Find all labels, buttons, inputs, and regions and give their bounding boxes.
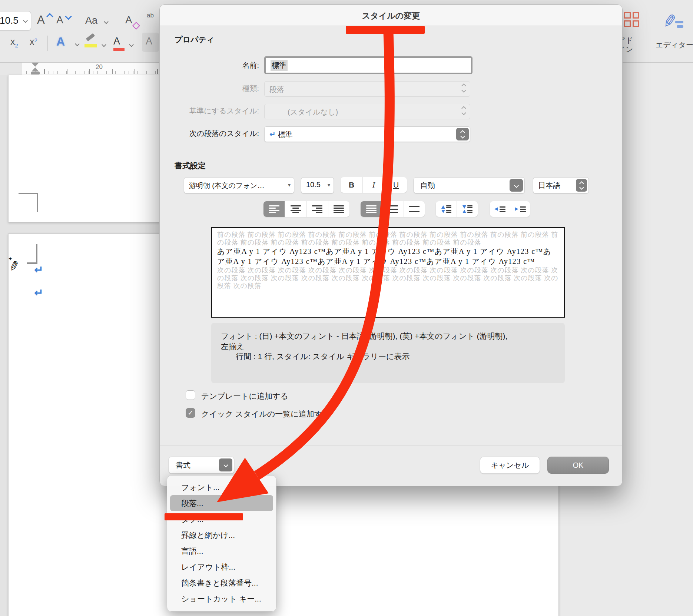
space-after-icon	[462, 205, 472, 213]
description-line1: フォント : (日) +本文のフォント - 日本語 (游明朝), (英) +本文…	[221, 331, 555, 341]
underline-label: U	[393, 181, 399, 189]
dialog-titlebar[interactable]: スタイルの変更	[160, 5, 622, 26]
font-size-combobox[interactable]: 10.5	[0, 11, 31, 30]
copilot-pencil-icon[interactable]: ✎ ✦ ✦	[9, 259, 20, 274]
menu-item-paragraph[interactable]: 段落...	[181, 495, 203, 511]
menu-item-font[interactable]: フォント...	[181, 479, 219, 495]
highlighter-pen-icon	[86, 33, 95, 42]
format-menu-button[interactable]: 書式	[169, 457, 234, 474]
double-spacing-button[interactable]	[404, 201, 425, 217]
stepper-icon	[462, 84, 465, 92]
clear-formatting-letter: A	[125, 14, 132, 26]
add-to-quick-styles-checkbox[interactable]: ✓	[186, 408, 195, 418]
next-paragraph-style-select[interactable]: ↵ 標準	[264, 126, 470, 142]
change-case-button[interactable]: Aa	[85, 15, 97, 26]
menu-item-frame[interactable]: レイアウト枠...	[181, 559, 235, 575]
style-type-value: 段落	[269, 85, 284, 95]
underline-button[interactable]: U	[385, 177, 407, 193]
style-name-input[interactable]: 標準	[264, 56, 472, 74]
sparkle-icon: ✦	[13, 260, 16, 264]
cancel-button[interactable]: キャンセル	[480, 457, 540, 474]
grow-font-button[interactable]: A	[37, 13, 45, 27]
subscript-button[interactable]: x2	[10, 36, 18, 47]
single-spacing-button[interactable]	[361, 201, 382, 217]
align-left-icon	[269, 205, 279, 213]
add-to-quick-styles-label: クイック スタイルの一覧に追加する	[201, 409, 330, 419]
add-ins-button[interactable]	[624, 12, 639, 27]
style-name-value: 標準	[271, 60, 288, 71]
change-case-label: Aa	[85, 15, 97, 26]
editor-button[interactable]: ✎	[663, 11, 677, 31]
font-size-value: 10.5	[0, 15, 19, 26]
align-right-button[interactable]	[307, 201, 328, 217]
sparkle-icon: ✦	[8, 256, 13, 262]
name-label: 名前:	[111, 60, 259, 70]
stepper-icon[interactable]	[456, 128, 469, 140]
ok-label: OK	[573, 461, 584, 470]
format-dropdown-menu: フォント... 段落... タブ... 罫線と網かけ... 言語... レイアウ…	[167, 475, 276, 612]
language-dropdown[interactable]: 日本語	[533, 177, 589, 193]
toolbar-divider	[647, 11, 647, 51]
editor-label: エディター	[653, 40, 693, 50]
margin-corner-mark	[36, 244, 37, 264]
decrease-indent-button[interactable]	[490, 201, 510, 217]
menu-item-shortcut-key[interactable]: ショートカット キー...	[181, 591, 261, 607]
stepper-icon	[462, 107, 465, 115]
font-size-dropdown[interactable]: 10.5 ▾	[301, 177, 334, 193]
increase-space-after-button[interactable]	[457, 201, 478, 217]
toolbar-divider	[117, 14, 117, 30]
align-center-button[interactable]	[285, 201, 306, 217]
italic-button[interactable]: I	[363, 177, 385, 193]
first-line-indent-marker[interactable]	[32, 63, 39, 67]
increase-space-before-button[interactable]	[436, 201, 457, 217]
increase-indent-button[interactable]	[510, 201, 530, 217]
one-half-spacing-button[interactable]	[382, 201, 404, 217]
hanging-indent-marker[interactable]	[32, 67, 39, 72]
font-name-dropdown[interactable]: 游明朝 (本文のフォン… ▾	[184, 177, 294, 193]
menu-item-tabs[interactable]: タブ...	[181, 511, 204, 527]
bold-label: B	[349, 181, 354, 189]
ok-button[interactable]: OK	[547, 457, 609, 474]
superscript-x: x	[30, 36, 34, 47]
subscript-x: x	[10, 36, 15, 47]
align-center-icon	[291, 205, 301, 213]
menu-item-numbering[interactable]: 箇条書きと段落番号...	[181, 575, 258, 591]
menu-item-borders-shading[interactable]: 罫線と網かけ...	[181, 527, 235, 543]
highlight-yellow-bar	[84, 44, 97, 47]
double-spacing-icon	[409, 206, 420, 212]
caret-down-icon	[65, 13, 72, 20]
add-to-template-checkbox[interactable]	[186, 390, 195, 400]
properties-section-header: プロパティ	[175, 34, 214, 45]
next-paragraph-text: 次の段落 次の段落 次の段落 次の段落 次の段落 次の段落 次の段落 次の段落 …	[217, 266, 559, 290]
superscript-button[interactable]: x2	[30, 36, 37, 47]
next-paragraph-style-value: 標準	[278, 130, 293, 140]
formatting-section-header: 書式設定	[175, 160, 206, 171]
strikethrough-fragment[interactable]: ab	[147, 12, 154, 19]
bold-button[interactable]: B	[341, 177, 363, 193]
menu-item-language[interactable]: 言語...	[181, 543, 203, 559]
text-effects-button[interactable]: A	[56, 35, 65, 49]
style-preview-box: 前の段落 前の段落 前の段落 前の段落 前の段落 前の段落 前の段落 前の段落 …	[211, 227, 565, 318]
clear-formatting-button[interactable]: A	[125, 14, 132, 26]
paragraph-mark: ↵	[34, 263, 43, 276]
chevron-down-icon	[219, 458, 232, 471]
type-label: 種類:	[111, 83, 259, 93]
add-to-template-label: テンプレートに追加する	[201, 391, 288, 401]
character-shading-button[interactable]: A	[142, 33, 159, 52]
left-indent-marker[interactable]	[31, 72, 40, 74]
stepper-icon	[576, 179, 587, 192]
toolbar-divider	[47, 36, 48, 51]
shrink-font-button[interactable]: A	[56, 14, 63, 26]
chevron-down-icon	[23, 18, 28, 23]
font-color-dropdown[interactable]: 自動	[414, 177, 525, 193]
font-color-button[interactable]: A	[113, 36, 125, 51]
screenshot-root: 10.5 A A Aa A ab x2 x2 A	[0, 0, 693, 616]
align-left-button[interactable]	[263, 201, 285, 217]
margin-corner-mark	[37, 193, 38, 212]
dropdown-arrow-icon: ▾	[328, 182, 330, 188]
highlight-color-button[interactable]	[84, 36, 97, 47]
based-on-value: (スタイルなし)	[288, 107, 338, 117]
align-justify-button[interactable]	[328, 201, 349, 217]
font-color-value: 自動	[420, 181, 435, 191]
chevron-down-icon	[104, 19, 109, 24]
